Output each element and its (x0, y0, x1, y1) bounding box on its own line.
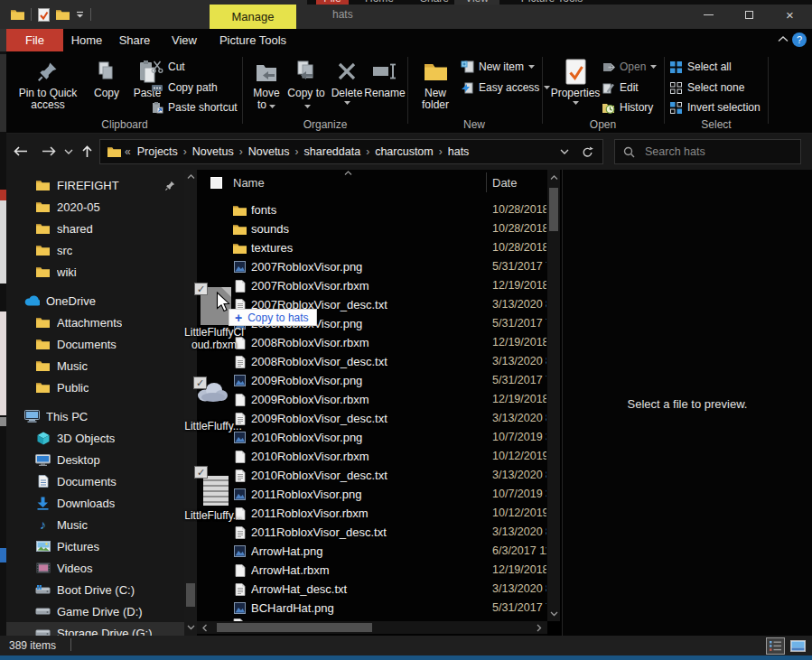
sidebar-item-boot-drive-c[interactable]: Boot Drive (C:) (6, 579, 184, 600)
tab-home[interactable]: Home (63, 29, 110, 51)
address-bar[interactable]: « Projects›Novetus›Novetus›shareddata›ch… (99, 139, 603, 164)
qat-new-folder-icon[interactable] (56, 9, 70, 20)
sidebar-item-pictures[interactable]: Pictures (6, 535, 184, 557)
new-folder-button[interactable]: New folder (412, 55, 459, 111)
column-header-date[interactable]: Date (492, 176, 517, 190)
cut-button[interactable]: Cut (150, 59, 185, 75)
recent-locations-icon[interactable] (64, 149, 73, 154)
sidebar-item-this-pc[interactable]: This PC (6, 405, 184, 427)
rename-button[interactable]: Rename (365, 55, 405, 99)
sidebar-scrollbar[interactable] (184, 170, 197, 636)
sidebar-item-attachments[interactable]: Attachments (6, 311, 184, 333)
select-none-button[interactable]: Select none (669, 79, 744, 96)
tab-picture-tools[interactable]: Picture Tools (210, 29, 296, 51)
properties-button[interactable]: Properties (549, 55, 602, 105)
sidebar-item-src[interactable]: src (6, 239, 184, 261)
qat-folder-icon[interactable] (11, 9, 24, 20)
sidebar-item-game-drive-d[interactable]: Game Drive (D:) (6, 600, 184, 622)
sidebar-item-wiki[interactable]: wiki (6, 261, 184, 283)
scrollbar-thumb[interactable] (217, 623, 372, 632)
breadcrumb-item-shareddata[interactable]: shareddata (300, 145, 366, 158)
edit-button[interactable]: Edit (602, 79, 639, 96)
select-all-button[interactable]: Select all (669, 59, 732, 75)
scroll-up-icon[interactable] (184, 172, 197, 182)
breadcrumb-item-hats[interactable]: hats (443, 145, 474, 158)
tab-file[interactable]: File (6, 29, 63, 51)
paste-shortcut-button[interactable]: Paste shortcut (150, 99, 238, 116)
scrollbar-thumb[interactable] (549, 188, 558, 231)
copy-button[interactable]: Copy (87, 55, 126, 99)
pin-to-quick-access-button[interactable]: Pin to Quick access (9, 55, 87, 111)
column-header-name[interactable]: Name (233, 176, 265, 190)
column-divider[interactable] (486, 172, 487, 192)
breadcrumb-item-projects[interactable]: Projects (133, 145, 182, 158)
qat-properties-icon[interactable] (38, 8, 50, 22)
refresh-icon[interactable] (582, 146, 593, 158)
file-row[interactable]: 2007RobloxVisor.png5/31/2017 7 (197, 257, 547, 276)
file-row[interactable]: ArrowHat_desc.txt3/13/2020 8 (197, 580, 547, 599)
collapse-ribbon-icon[interactable] (778, 36, 789, 42)
sidebar-item-documents[interactable]: Documents (6, 333, 184, 355)
sidebar-scrollbar-thumb[interactable] (186, 583, 195, 607)
file-row[interactable]: 2009RobloxVisor.png5/31/2017 7 (197, 371, 547, 390)
file-row[interactable]: 2009RobloxVisor.rbxm12/19/2018 (197, 390, 547, 409)
sidebar-item-videos[interactable]: Videos (6, 557, 184, 579)
manage-contextual-tab[interactable]: Manage (210, 5, 296, 29)
file-row[interactable]: 2011RobloxVisor.png10/7/2019 3 (197, 485, 547, 504)
file-list-vertical-scrollbar[interactable] (547, 170, 560, 621)
file-row[interactable]: 2011RobloxVisor.rbxm10/12/2019 (197, 504, 547, 523)
sidebar-item-2020-05[interactable]: 2020-05 (6, 196, 184, 218)
scroll-down-icon[interactable] (184, 622, 197, 633)
sidebar-item-documents[interactable]: Documents (6, 470, 184, 492)
easy-access-button[interactable]: Easy access (461, 79, 550, 96)
file-row[interactable]: ArrowHat.png6/3/2017 11 (197, 542, 547, 561)
invert-selection-button[interactable]: Invert selection (669, 99, 761, 116)
scroll-left-icon[interactable] (199, 622, 211, 633)
tab-view[interactable]: View (159, 29, 210, 51)
file-row[interactable]: 2009RobloxVisor_desc.txt3/13/2020 8 (197, 409, 547, 428)
sidebar-item-firefight[interactable]: FIREFIGHT (6, 174, 184, 196)
search-input[interactable] (643, 144, 770, 159)
help-icon[interactable]: ? (791, 32, 807, 48)
scroll-up-icon[interactable] (547, 172, 560, 183)
file-row[interactable]: 2011RobloxVisor_desc.txt3/13/2020 8 (197, 523, 547, 542)
file-row[interactable]: BCHardHat.png5/31/2017 7 (197, 599, 547, 618)
open-button[interactable]: Open (602, 59, 657, 75)
history-button[interactable]: History (602, 99, 653, 116)
sidebar-item-desktop[interactable]: Desktop (6, 449, 184, 470)
file-row[interactable]: 2007RobloxVisor_desc.txt3/13/2020 8 (197, 295, 547, 314)
sidebar-item-music[interactable]: Music (6, 355, 184, 376)
select-all-checkbox[interactable] (210, 177, 222, 189)
file-row[interactable]: 2010RobloxVisor_desc.txt3/13/2020 8 (197, 466, 547, 485)
tab-share[interactable]: Share (110, 29, 159, 51)
scroll-right-icon[interactable] (533, 622, 546, 633)
back-icon[interactable] (13, 145, 28, 157)
sidebar-item-music[interactable]: ♪Music (6, 514, 184, 535)
breadcrumb-item-novetus[interactable]: Novetus (188, 145, 238, 158)
new-item-button[interactable]: New item (461, 59, 535, 75)
file-row[interactable]: ArrowHat.rbxm12/19/2018 (197, 561, 547, 580)
file-row[interactable]: textures10/28/2018 (197, 238, 547, 257)
sidebar-item-storage-drive-g[interactable]: Storage Drive (G:) (6, 622, 184, 636)
file-row[interactable]: 2010RobloxVisor.rbxm10/12/2019 (197, 447, 547, 466)
details-view-button[interactable] (766, 637, 785, 655)
file-row[interactable]: fonts10/28/2018 (197, 200, 547, 219)
file-row[interactable]: 2008RobloxVisor.rbxm12/19/2018 (197, 333, 547, 352)
up-icon[interactable] (81, 144, 93, 158)
file-row[interactable]: 2008RobloxVisor.png5/31/2017 7 (197, 314, 547, 333)
file-row[interactable]: 2010RobloxVisor.png10/7/2019 3 (197, 428, 547, 447)
breadcrumb-overflow-icon[interactable]: « (125, 145, 131, 158)
scroll-down-icon[interactable] (547, 609, 560, 619)
sidebar-item-shared[interactable]: shared (6, 218, 184, 239)
sidebar-item-onedrive[interactable]: OneDrive (6, 290, 184, 311)
address-dropdown-icon[interactable] (560, 149, 569, 154)
file-row[interactable]: 2008RobloxVisor_desc.txt3/13/2020 8 (197, 352, 547, 371)
sidebar-item-public[interactable]: Public (6, 376, 184, 398)
forward-icon[interactable] (42, 145, 57, 157)
copy-path-button[interactable]: Copy path (150, 79, 218, 96)
sidebar-item-3d-objects[interactable]: 3D Objects (6, 427, 184, 449)
file-list-horizontal-scrollbar[interactable] (197, 621, 547, 634)
delete-button[interactable]: Delete (327, 55, 367, 105)
file-row[interactable]: sounds10/28/2018 (197, 219, 547, 238)
copy-to-button[interactable]: Copy to (287, 55, 325, 111)
